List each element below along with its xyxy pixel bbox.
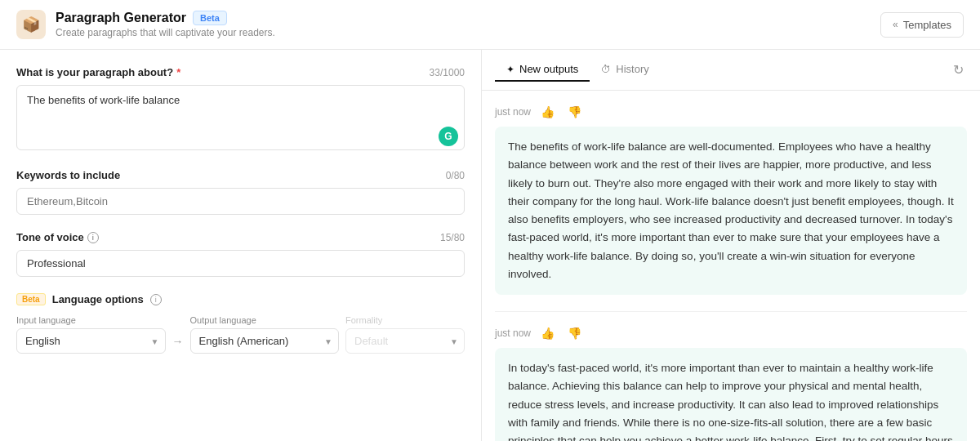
output-timestamp: just now xyxy=(495,106,531,118)
output-item: just now 👍 👎 The benefits of work-life b… xyxy=(495,104,967,295)
beta-badge: Beta xyxy=(193,11,227,25)
paragraph-textarea[interactable] xyxy=(16,85,465,150)
input-language-label: Input language xyxy=(16,315,166,325)
language-beta-badge: Beta xyxy=(16,293,46,305)
tone-info-icon[interactable]: i xyxy=(87,232,99,243)
language-section: Beta Language options i Input language E… xyxy=(16,293,465,354)
thumbs-up-button[interactable]: 👍 xyxy=(537,104,558,120)
language-info-icon[interactable]: i xyxy=(150,294,162,305)
paragraph-field-group: What is your paragraph about? * 33/1000 … xyxy=(16,66,465,153)
output-content-area: just now 👍 👎 The benefits of work-life b… xyxy=(482,91,980,441)
output-language-label: Output language xyxy=(190,315,340,325)
refresh-icon: ↻ xyxy=(953,63,964,77)
left-panel: What is your paragraph about? * 33/1000 … xyxy=(0,50,482,441)
tab-history[interactable]: ⏱ History xyxy=(590,58,660,82)
tab-new-outputs[interactable]: ✦ New outputs xyxy=(495,58,590,82)
formality-field: Formality Default ▼ xyxy=(345,315,465,354)
tone-input[interactable] xyxy=(16,250,465,277)
tab-history-label: History xyxy=(616,63,648,75)
output-language-field: Output language English (American) ▼ xyxy=(190,315,340,354)
required-indicator: * xyxy=(176,66,180,78)
refresh-button[interactable]: ↻ xyxy=(950,59,967,81)
thumbs-up-button[interactable]: 👍 xyxy=(537,325,558,341)
tab-new-outputs-label: New outputs xyxy=(519,63,578,75)
output-item: just now 👍 👎 In today's fast-paced world… xyxy=(495,325,967,441)
input-language-select[interactable]: English xyxy=(16,328,166,354)
output-timestamp: just now xyxy=(495,327,531,339)
chevrons-left-icon: « xyxy=(893,19,898,30)
clock-icon: ⏱ xyxy=(601,64,611,75)
arrow-separator-icon: → xyxy=(172,335,184,348)
paragraph-char-count: 33/1000 xyxy=(430,67,465,78)
paragraph-label: What is your paragraph about? xyxy=(16,66,173,78)
output-language-select[interactable]: English (American) xyxy=(190,328,340,354)
formality-select[interactable]: Default xyxy=(345,328,465,354)
keywords-input[interactable] xyxy=(16,188,465,215)
app-icon: 📦 xyxy=(16,10,46,39)
language-options-label: Language options xyxy=(52,293,144,305)
formality-label: Formality xyxy=(345,315,465,325)
templates-button[interactable]: « Templates xyxy=(880,12,964,38)
templates-label: Templates xyxy=(903,19,951,31)
app-title: Paragraph Generator xyxy=(56,11,186,25)
keywords-field-group: Keywords to include 0/80 xyxy=(16,169,465,215)
tone-field-group: Tone of voice i 15/80 xyxy=(16,231,465,277)
grammarly-icon: G xyxy=(439,127,458,146)
thumbs-down-button[interactable]: 👎 xyxy=(564,325,585,341)
output-text: In today's fast-paced world, it's more i… xyxy=(495,348,967,441)
output-text: The benefits of work-life balance are we… xyxy=(495,127,967,295)
input-language-field: Input language English ▼ xyxy=(16,315,166,354)
tone-label: Tone of voice xyxy=(16,231,84,243)
keywords-char-count: 0/80 xyxy=(446,170,465,181)
app-subtitle: Create paragraphs that will captivate yo… xyxy=(56,27,275,38)
thumbs-down-button[interactable]: 👎 xyxy=(564,104,585,120)
app-header: 📦 Paragraph Generator Beta Create paragr… xyxy=(0,0,980,50)
output-tabs-bar: ✦ New outputs ⏱ History ↻ xyxy=(482,50,980,91)
right-panel: ✦ New outputs ⏱ History ↻ just now xyxy=(482,50,980,441)
sparkle-icon: ✦ xyxy=(506,64,514,75)
section-divider xyxy=(495,311,967,312)
tone-char-count: 15/80 xyxy=(440,232,465,243)
keywords-label: Keywords to include xyxy=(16,169,120,181)
